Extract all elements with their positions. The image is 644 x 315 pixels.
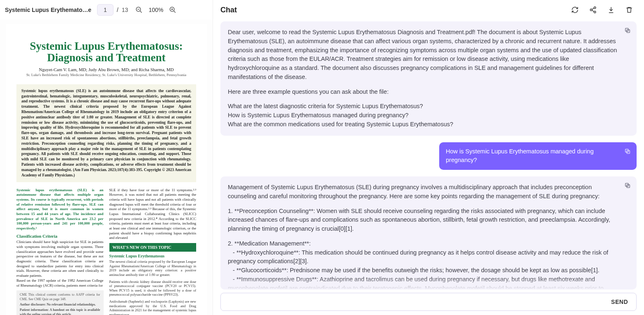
user-message: How is Systemic Lupus Erythematosus mana… [439, 142, 637, 170]
pdf-institution: St. Luke's Bethlehem Family Medicine Res… [16, 73, 196, 77]
chat-input-container: SEND [220, 293, 637, 311]
download-icon[interactable] [605, 4, 617, 16]
message-text: - **Immunosuppressive Drugs**: Azathiopr… [228, 275, 620, 290]
zoom-out-icon[interactable] [134, 5, 144, 15]
chat-scroll-area[interactable]: Dear user, welcome to read the Systemic … [213, 20, 644, 290]
pdf-abstract: Systemic lupus erythematosus (SLE) is an… [16, 84, 196, 182]
whatsnew-header: WHAT'S NEW ON THIS TOPIC [109, 243, 197, 252]
svg-line-10 [592, 8, 594, 9]
svg-line-11 [592, 10, 594, 12]
chat-input[interactable] [227, 293, 605, 310]
refresh-icon[interactable] [569, 4, 581, 16]
svg-line-4 [174, 11, 176, 13]
svg-point-8 [590, 9, 592, 11]
zoom-in-icon[interactable] [167, 5, 178, 15]
copy-icon[interactable] [623, 25, 632, 35]
assistant-message: Management of Systemic Lupus Erythematos… [220, 176, 637, 290]
pdf-title: Systemic Lupus Erythematosus: Diagnosis … [16, 40, 196, 64]
pdf-body-text: SLE if they have four or more of the 11 … [109, 188, 197, 240]
pdf-filename: Systemic Lupus Erythemato…ent.pdf [5, 7, 91, 13]
message-text: 1. **Preconception Counseling**: Women w… [228, 207, 620, 234]
message-text: How is Systemic Lupus Erythematosus mana… [446, 148, 593, 164]
trash-icon[interactable] [623, 4, 635, 16]
pdf-viewport[interactable]: Systemic Lupus Erythematosus: Diagnosis … [0, 20, 213, 315]
suggested-question[interactable]: What are the common medications used for… [228, 120, 620, 129]
copy-icon[interactable] [623, 146, 632, 156]
zoom-percent: 100% [148, 7, 163, 13]
pdf-page: Systemic Lupus Erythematosus: Diagnosis … [6, 24, 207, 315]
pdf-authors: Nguyet-Cam V. Lam, MD; Judy Abu Brown, M… [16, 67, 196, 72]
chat-title: Chat [220, 6, 237, 14]
page-total: 13 [122, 7, 128, 13]
whatsnew-body: The newest clinical criteria proposed by… [109, 259, 197, 277]
pdf-toolbar: Systemic Lupus Erythemato…ent.pdf / 13 1… [0, 0, 213, 20]
whatsnew-body: Anifrolumab (Saphnelo) and voclosporin (… [109, 299, 197, 315]
message-text: Management of Systemic Lupus Erythematos… [228, 183, 620, 201]
page-number-input[interactable] [97, 4, 114, 16]
page-separator: / [117, 7, 118, 13]
copy-icon[interactable] [623, 181, 632, 190]
pdf-body-text: Clinicians should have high suspicion fo… [16, 240, 104, 278]
svg-point-9 [594, 11, 596, 13]
message-text: - **Hydroxychloroquine**: This medicatio… [228, 248, 620, 266]
message-text: 2. **Medication Management**: [228, 239, 620, 248]
share-icon[interactable] [587, 4, 599, 16]
pdf-body-text: Based on the 1997 update of the 1982 Ame… [16, 278, 104, 287]
pdf-cme-box: CME This clinical content conforms to AA… [16, 290, 104, 315]
message-text: Dear user, welcome to read the Systemic … [228, 28, 620, 82]
svg-line-1 [140, 11, 142, 13]
send-button[interactable]: SEND [605, 295, 634, 308]
section-heading-classification: Classification Criteria [16, 234, 104, 239]
suggested-question[interactable]: How is Systemic Lupus Erythematosus mana… [228, 111, 620, 120]
whatsnew-title: Systemic Lupus Erythematosus [109, 253, 197, 259]
svg-point-7 [594, 7, 596, 9]
assistant-message: Dear user, welcome to read the Systemic … [220, 21, 637, 136]
whatsnew-body: Patients with chronic kidney disease sho… [109, 280, 197, 297]
message-text: Here are three example questions you can… [228, 88, 620, 97]
message-text: - **Glucocorticoids**: Prednisone may be… [228, 266, 620, 275]
pdf-body-text: Systemic lupus erythematosus (SLE) is an… [16, 188, 104, 231]
suggested-question[interactable]: What are the latest diagnostic criteria … [228, 102, 620, 111]
